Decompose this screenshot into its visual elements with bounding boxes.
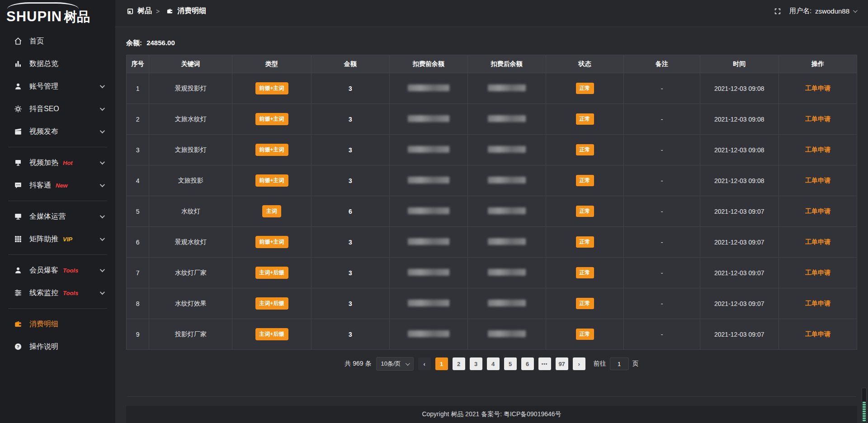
work-order-link[interactable]: 工单申请 <box>805 177 830 184</box>
sidebar-item-account-mgmt[interactable]: 账号管理 <box>0 75 115 98</box>
hot-badge: Hot <box>63 160 73 166</box>
sidebar-item-media-operation[interactable]: 全媒体运营 <box>0 205 115 228</box>
page-size-select[interactable]: 10条/页 <box>376 357 414 371</box>
row-balance-after <box>467 196 546 227</box>
sidebar-item-douketong[interactable]: 抖客通 New <box>0 174 115 197</box>
page-button-4[interactable]: 4 <box>487 357 500 370</box>
row-remark: - <box>624 258 700 288</box>
sidebar-item-video-heat[interactable]: 视频加热 Hot <box>0 151 115 174</box>
prev-page-button[interactable]: ‹ <box>418 357 431 370</box>
work-order-link[interactable]: 工单申请 <box>805 330 830 338</box>
row-amount: 3 <box>311 319 389 350</box>
work-order-link[interactable]: 工单申请 <box>805 85 830 92</box>
content: 余额: 24856.00 序号 关键词 类型 金额 扣费前余额 扣费 <box>115 27 868 423</box>
sidebar-item-label: 抖客通 <box>29 181 51 190</box>
row-balance-before <box>389 196 467 227</box>
page-button-2[interactable]: 2 <box>453 357 465 370</box>
sidebar-item-label: 全媒体运营 <box>29 212 66 221</box>
sidebar-item-label: 数据总览 <box>29 59 58 69</box>
work-order-link[interactable]: 工单申请 <box>805 300 830 307</box>
gear-icon <box>14 105 23 113</box>
row-status: 正常 <box>546 73 624 104</box>
goto-page-input[interactable] <box>610 357 629 370</box>
row-type: 前缀+主词 <box>232 73 311 104</box>
row-balance-after <box>467 227 546 258</box>
chevron-down-icon <box>100 236 105 241</box>
page-size-value: 10条/页 <box>381 360 401 368</box>
work-order-link[interactable]: 工单申请 <box>805 207 830 215</box>
sidebar-item-douyin-seo[interactable]: 抖音SEO <box>0 98 115 120</box>
row-time: 2021-12-03 09:08 <box>700 73 779 104</box>
page-button-5[interactable]: 5 <box>504 357 517 370</box>
page-button-3[interactable]: 3 <box>470 357 482 370</box>
sidebar-item-clue-monitor[interactable]: 线索监控 Tools <box>0 282 115 304</box>
chevron-down-icon <box>100 106 105 111</box>
goto-page: 前往 页 <box>594 357 639 370</box>
row-status: 正常 <box>546 319 624 350</box>
member-icon <box>14 266 23 274</box>
logo-text-cn: 树品 <box>64 9 90 24</box>
app-logo[interactable]: SHUPIN树品 <box>0 0 115 28</box>
row-remark: - <box>624 165 700 196</box>
vertical-scrollbar[interactable] <box>862 388 867 423</box>
type-badge: 主词+后缀 <box>255 328 288 340</box>
row-keyword: 水纹灯厂家 <box>149 258 232 288</box>
col-header-action: 操作 <box>779 55 857 73</box>
sidebar-item-consumption-detail[interactable]: 消费明细 <box>0 313 115 335</box>
fullscreen-icon[interactable] <box>774 8 781 15</box>
sidebar-item-home[interactable]: 首页 <box>0 30 115 52</box>
redacted-balance-after <box>488 146 526 153</box>
status-badge: 正常 <box>576 267 594 278</box>
scrollbar-thumb[interactable] <box>863 402 866 422</box>
row-time: 2021-12-03 09:07 <box>700 319 779 350</box>
sidebar-item-label: 会员爆客 <box>29 266 58 275</box>
monitor-icon <box>14 212 23 221</box>
sidebar-item-matrix-boost[interactable]: 矩阵助推 VIP <box>0 228 115 250</box>
table-row: 4文旅投影前缀+主词3正常-2021-12-03 09:08工单申请 <box>127 165 857 196</box>
user-menu[interactable]: 用户名: zswodun88 <box>789 7 856 15</box>
row-action: 工单申请 <box>779 135 857 165</box>
sidebar-item-help[interactable]: ? 操作说明 <box>0 335 115 358</box>
redacted-balance-after <box>488 330 526 337</box>
username-value: zswodun88 <box>815 7 849 15</box>
row-time: 2021-12-03 09:07 <box>700 258 779 288</box>
row-remark: - <box>624 73 700 104</box>
status-badge: 正常 <box>576 206 594 217</box>
sidebar-item-video-publish[interactable]: 视频发布 <box>0 120 115 143</box>
work-order-link[interactable]: 工单申请 <box>805 269 830 276</box>
page-ellipsis-button[interactable]: ••• <box>538 357 551 370</box>
work-order-link[interactable]: 工单申请 <box>805 238 830 245</box>
sidebar-item-label: 抖音SEO <box>29 104 59 114</box>
row-remark: - <box>624 288 700 319</box>
sidebar-item-member-burst[interactable]: 会员爆客 Tools <box>0 259 115 282</box>
status-badge: 正常 <box>576 175 594 186</box>
type-badge: 前缀+主词 <box>255 113 288 125</box>
breadcrumb-root[interactable]: 树品 <box>137 6 152 16</box>
chat-icon <box>14 181 23 189</box>
row-balance-before <box>389 319 467 350</box>
work-order-link[interactable]: 工单申请 <box>805 146 830 153</box>
row-type: 主词+后缀 <box>232 258 311 288</box>
table-row: 6景观水纹灯前缀+主词3正常-2021-12-03 09:07工单申请 <box>127 227 857 258</box>
row-type: 前缀+主词 <box>232 135 311 165</box>
row-keyword: 文旅水纹灯 <box>149 104 232 135</box>
page-button-97[interactable]: 97 <box>556 357 568 370</box>
redacted-balance-after <box>488 238 526 245</box>
page-button-1[interactable]: 1 <box>435 357 448 370</box>
col-header-keyword: 关键词 <box>149 55 232 73</box>
work-order-link[interactable]: 工单申请 <box>805 115 830 122</box>
sidebar-item-data-overview[interactable]: 数据总览 <box>0 52 115 75</box>
sidebar-divider <box>8 308 107 309</box>
sidebar-item-label: 操作说明 <box>29 342 58 352</box>
row-remark: - <box>624 196 700 227</box>
status-badge: 正常 <box>576 236 594 248</box>
question-icon: ? <box>14 343 23 351</box>
row-amount: 3 <box>311 258 389 288</box>
chevron-down-icon <box>100 267 105 272</box>
goto-label: 前往 <box>594 360 606 368</box>
row-amount: 3 <box>311 73 389 104</box>
next-page-button[interactable]: › <box>573 357 585 370</box>
row-amount: 3 <box>311 104 389 135</box>
col-header-status: 状态 <box>546 55 624 73</box>
page-button-6[interactable]: 6 <box>521 357 534 370</box>
